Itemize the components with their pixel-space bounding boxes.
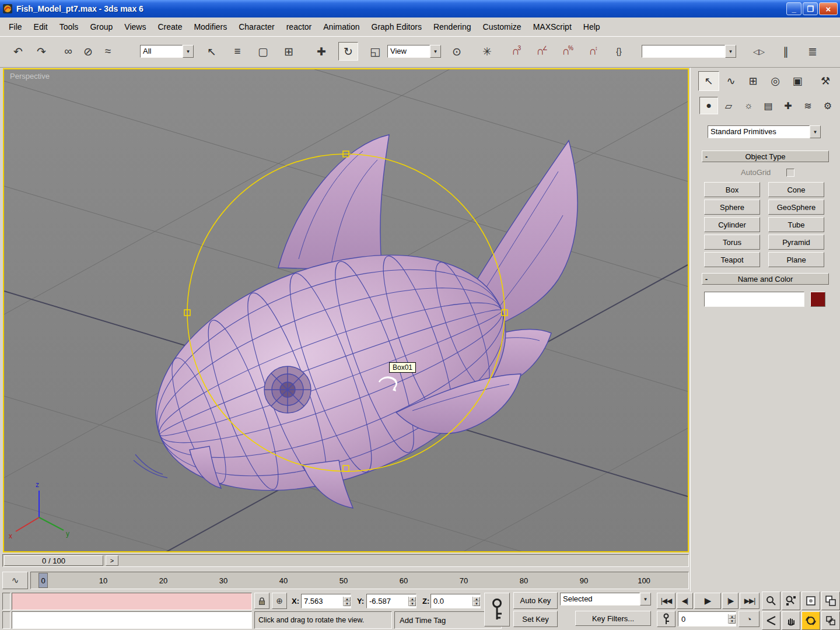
spinner-up-icon[interactable]: ▲ <box>344 597 351 601</box>
current-frame-field[interactable]: 0 ▲▼ <box>678 611 736 626</box>
spinner-down-icon[interactable]: ▼ <box>473 601 480 606</box>
menu-edit[interactable]: Edit <box>29 20 53 33</box>
select-and-rotate-button[interactable]: ↻ <box>338 42 358 61</box>
z-coordinate-field[interactable]: 0.0 ▲▼ <box>430 594 481 608</box>
object-color-swatch[interactable] <box>810 292 825 307</box>
category-geometry[interactable]: ● <box>699 97 718 114</box>
maximize-button[interactable]: ❐ <box>803 2 818 15</box>
selection-filter-dropdown[interactable]: All ▼ <box>140 45 194 58</box>
selection-lock-toggle[interactable] <box>254 593 270 609</box>
tab-create[interactable]: ↖ <box>698 71 719 91</box>
unlink-selection-button[interactable]: ⊘ <box>78 42 98 61</box>
perspective-viewport[interactable]: Perspective Box01 <box>3 68 689 552</box>
menu-modifiers[interactable]: Modifiers <box>188 20 232 33</box>
open-mini-curve-editor-button[interactable]: ∿ <box>2 572 28 589</box>
menu-animation[interactable]: Animation <box>318 20 365 33</box>
object-button-box[interactable]: Box <box>704 182 760 197</box>
menu-tools[interactable]: Tools <box>54 20 84 33</box>
spinner-up-icon[interactable]: ▲ <box>729 614 736 619</box>
object-button-torus[interactable]: Torus <box>704 235 760 250</box>
tab-utilities[interactable]: ⚒ <box>815 71 836 91</box>
align-button[interactable]: ∥ <box>776 42 796 61</box>
menu-rendering[interactable]: Rendering <box>428 20 477 33</box>
chevron-down-icon[interactable]: ▼ <box>810 125 821 138</box>
listener-gutter-top[interactable] <box>2 593 10 610</box>
tab-hierarchy[interactable]: ⊞ <box>743 71 764 91</box>
select-and-manipulate-button[interactable]: ✳ <box>477 42 497 61</box>
category-helpers[interactable]: ✚ <box>779 97 797 114</box>
select-by-name-button[interactable]: ≡ <box>228 42 247 61</box>
tab-motion[interactable]: ◎ <box>765 71 786 91</box>
key-filters-button[interactable]: Key Filters... <box>575 611 651 626</box>
name-color-rollout-header[interactable]: - Name and Color <box>702 273 829 285</box>
field-of-view-button[interactable] <box>762 611 780 630</box>
object-button-cylinder[interactable]: Cylinder <box>704 217 760 232</box>
viewport-canvas[interactable]: z x y <box>4 69 688 551</box>
go-to-end-button[interactable]: ▶▶| <box>740 593 760 609</box>
rectangular-selection-button[interactable]: ▢ <box>253 42 273 61</box>
category-spacewarps[interactable]: ≋ <box>799 97 817 114</box>
primitives-category-dropdown[interactable]: Standard Primitives ▼ <box>708 125 821 138</box>
min-max-toggle-button[interactable] <box>821 611 840 630</box>
reference-coordinate-dropdown[interactable]: View ▼ <box>387 45 441 58</box>
next-frame-arrow-button[interactable]: > <box>106 555 118 566</box>
menu-graph-editors[interactable]: Graph Editors <box>366 20 427 33</box>
category-shapes[interactable]: ▱ <box>719 97 738 114</box>
previous-frame-button[interactable]: ◀| <box>677 593 693 609</box>
bind-to-spacewarp-button[interactable]: ≈ <box>98 42 118 61</box>
zoom-extents-button[interactable] <box>802 592 820 610</box>
object-type-rollout-header[interactable]: - Object Type <box>702 150 829 162</box>
menu-reactor[interactable]: reactor <box>281 20 317 33</box>
spinner-snap-button[interactable]: ∩ ↕ <box>583 42 603 61</box>
mirror-button[interactable]: ◁▷ <box>749 42 769 61</box>
percent-snap-button[interactable]: ∩ % <box>558 42 578 61</box>
chevron-down-icon[interactable]: ▼ <box>430 45 441 58</box>
zoom-extents-all-button[interactable] <box>821 592 840 610</box>
tab-display[interactable]: ▣ <box>787 71 808 91</box>
maxscript-mini-listener-white[interactable] <box>12 611 252 629</box>
x-coordinate-field[interactable]: 7.563 ▲▼ <box>301 594 351 608</box>
object-button-teapot[interactable]: Teapot <box>704 252 760 267</box>
layer-manager-button[interactable]: ≣ <box>803 42 822 61</box>
edit-named-selections-button[interactable]: {} <box>609 42 629 61</box>
angle-snap-button[interactable]: ∩ ∠ <box>532 42 552 61</box>
key-mode-toggle[interactable] <box>657 611 676 627</box>
object-button-tube[interactable]: Tube <box>768 217 824 232</box>
autogrid-checkbox[interactable] <box>786 169 794 177</box>
named-selection-dropdown[interactable]: ▼ <box>642 45 736 58</box>
listener-gutter-bottom[interactable] <box>2 611 10 629</box>
redo-button[interactable]: ↷ <box>32 42 51 61</box>
menu-customize[interactable]: Customize <box>478 20 527 33</box>
set-keys-button[interactable] <box>484 593 510 626</box>
y-coordinate-field[interactable]: -6.587 ▲▼ <box>366 594 416 608</box>
object-button-plane[interactable]: Plane <box>768 252 824 267</box>
tab-modify[interactable]: ∿ <box>720 71 741 91</box>
object-button-cone[interactable]: Cone <box>768 182 824 197</box>
viewport-label[interactable]: Perspective <box>10 72 50 80</box>
menu-character[interactable]: Character <box>233 20 279 33</box>
object-button-geosphere[interactable]: GeoSphere <box>768 200 824 215</box>
menu-help[interactable]: Help <box>578 20 606 33</box>
set-key-button[interactable]: Set Key <box>513 611 558 627</box>
select-object-button[interactable]: ↖ <box>202 42 222 61</box>
track-bar-ruler[interactable]: 0 10 20 30 40 50 60 70 80 90 100 <box>30 572 689 589</box>
go-to-start-button[interactable]: |◀◀ <box>657 593 676 609</box>
pan-button[interactable] <box>782 611 800 630</box>
category-systems[interactable]: ⚙ <box>818 97 837 114</box>
chevron-down-icon[interactable]: ▼ <box>183 45 194 58</box>
snap-toggle-3d-button[interactable]: ∩ 3 <box>506 42 526 61</box>
menu-create[interactable]: Create <box>152 20 187 33</box>
selection-set-dropdown[interactable]: Selected ▼ <box>560 593 651 606</box>
play-button[interactable]: ▶ <box>694 593 721 609</box>
undo-button[interactable]: ↶ <box>8 42 28 61</box>
collapse-icon[interactable]: - <box>702 275 710 284</box>
auto-key-button[interactable]: Auto Key <box>513 592 558 609</box>
spinner-up-icon[interactable]: ▲ <box>409 597 416 601</box>
object-button-sphere[interactable]: Sphere <box>704 200 760 215</box>
chevron-down-icon[interactable]: ▼ <box>725 45 736 58</box>
object-name-input[interactable] <box>704 292 804 307</box>
time-configuration-button[interactable]: ◔ <box>738 611 760 627</box>
menu-views[interactable]: Views <box>119 20 151 33</box>
absolute-offset-toggle[interactable]: ⊕ <box>272 593 287 609</box>
select-and-move-button[interactable]: ✚ <box>312 42 331 61</box>
